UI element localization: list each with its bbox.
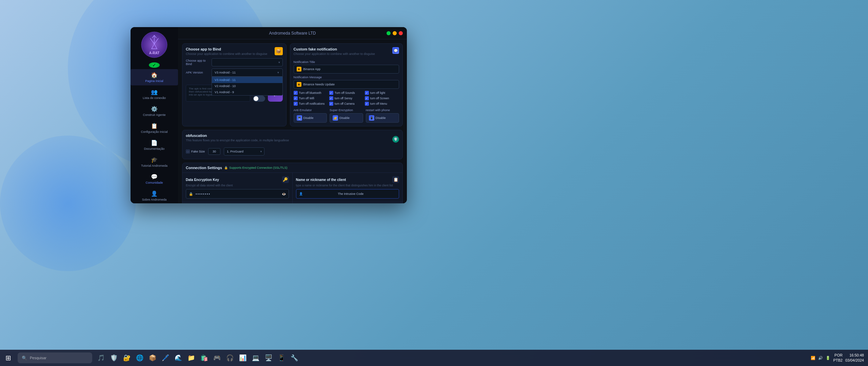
- obfuscation-section: obfuscation This feature flows you to en…: [182, 130, 403, 159]
- apk-option-v3[interactable]: V3 Android - 11: [212, 77, 282, 83]
- obfuscation-method-wrapper: 1. ProGuard 2. DexGuard 3. Custom ▼: [224, 147, 264, 156]
- check-sounds-label: Turn off Sounds: [335, 91, 355, 95]
- close-button[interactable]: [399, 31, 403, 35]
- lock-icon: 🔒: [189, 192, 193, 196]
- choose-app-subtitle: Choose your application to combine with …: [186, 52, 267, 56]
- client-name-field[interactable]: 👤 The Intrusive Code: [296, 189, 399, 199]
- tutorial-icon: 🎓: [151, 157, 158, 163]
- anti-emulator-item: Anti Emulator 🖥️ Disable: [294, 108, 327, 123]
- restart-phone-disable-btn[interactable]: 📱 Disable: [366, 113, 399, 123]
- fake-size-checkbox[interactable]: □: [186, 149, 190, 154]
- taskbar-app-7[interactable]: 💻: [250, 352, 262, 364]
- config-icon: 📋: [151, 123, 158, 129]
- connection-settings-section: Connection Settings 🔒 Supports Encrypted…: [182, 163, 403, 203]
- check-light[interactable]: ✓ turn off light: [365, 91, 399, 95]
- check-sensy-label: turn off Sensy: [335, 97, 352, 100]
- check-menu[interactable]: ✓ turn off Menu: [365, 102, 399, 106]
- check-bluetooth[interactable]: ✓ Turn off bluetooth: [294, 91, 328, 95]
- taskbar-app-8[interactable]: 🖥️: [262, 352, 275, 364]
- app-bind-dropdown-wrapper: ▼: [212, 58, 283, 66]
- check-bluetooth-label: Turn off bluetooth: [299, 91, 321, 95]
- about-icon: 👤: [151, 190, 158, 197]
- encryption-key-subtitle: Encrypt all data stored with the client: [186, 184, 289, 187]
- super-encryption-disable-btn[interactable]: 🔐 Disable: [330, 113, 363, 123]
- anti-emulator-icon: 🖥️: [297, 115, 302, 121]
- anti-emulator-btn-label: Disable: [303, 116, 314, 120]
- obfuscation-method-select[interactable]: 1. ProGuard 2. DexGuard 3. Custom: [224, 147, 264, 156]
- sidebar-item-connections[interactable]: 👥 Lista de conexão: [131, 86, 178, 102]
- taskbar-app-6[interactable]: 📊: [237, 352, 249, 364]
- client-name-title: Name or nickname of the client: [296, 178, 346, 182]
- sidebar-item-config[interactable]: 📋 Configuração Inicial: [131, 120, 178, 136]
- taskbar-app-5[interactable]: 🎧: [224, 352, 236, 364]
- sidebar-item-label-docs: Documentação: [144, 147, 165, 150]
- taskbar-app-edge[interactable]: 🌊: [172, 352, 184, 364]
- apk-option-v2[interactable]: V2 Android - 10: [212, 83, 282, 89]
- sidebar-item-docs[interactable]: 📄 Documentação: [131, 137, 178, 153]
- user-avatar-badge: ✓: [149, 62, 160, 68]
- check-menu-label: turn off Menu: [370, 102, 387, 105]
- check-screen-box: ✓: [365, 96, 369, 100]
- super-encryption-btn-label: Disable: [339, 116, 350, 120]
- minimize-button[interactable]: [387, 31, 391, 35]
- taskbar-app-shield[interactable]: 🛡️: [108, 352, 120, 364]
- client-name-value: The Intrusive Code: [305, 192, 396, 196]
- sidebar-item-home[interactable]: 🏠 Pagina Inicial: [131, 69, 178, 85]
- obfuscation-title: obfuscation: [186, 134, 289, 138]
- sidebar-item-label-community: Comunidade: [145, 181, 163, 184]
- notif-title-value: Binance App: [303, 67, 321, 71]
- notif-title-row: Notification Title B Binance App: [294, 60, 399, 74]
- main-content: Andromeda Software LTD Choose app to Bin…: [178, 27, 407, 203]
- apk-dropdown-arrow: ▼: [277, 71, 280, 74]
- fake-size-input[interactable]: [208, 148, 220, 155]
- app-bind-select[interactable]: [212, 58, 283, 66]
- apk-option-v1[interactable]: V1 Android - 9: [212, 89, 282, 95]
- taskbar-app-3[interactable]: 🖊️: [159, 352, 172, 364]
- notif-title: Custom fake notification: [294, 47, 375, 51]
- check-camera[interactable]: ✓ turn off Camera: [329, 102, 363, 106]
- taskbar-app-chrome[interactable]: 🌐: [134, 352, 146, 364]
- sidebar-item-community[interactable]: 💬 Comunidade: [131, 171, 178, 187]
- taskbar-app-1[interactable]: 🎵: [95, 352, 107, 364]
- home-icon: 🏠: [151, 72, 158, 78]
- start-button[interactable]: ⊞: [0, 350, 16, 366]
- taskbar-search-box[interactable]: 🔍 Pesquisar: [18, 352, 92, 363]
- sidebar-item-about[interactable]: 👤 Sobre Andromeda: [131, 188, 178, 203]
- choose-app-card: Choose app to Bind Choose your applicati…: [182, 43, 287, 126]
- check-screen[interactable]: ✓ turn off Screen: [365, 96, 399, 100]
- check-notifications[interactable]: ✓ Turn off notifications: [294, 102, 328, 106]
- notif-message-value: Binance Needs Update: [303, 83, 335, 86]
- check-sounds[interactable]: ✓ Turn off Sounds: [329, 91, 363, 95]
- encryption-key-field[interactable]: 🔒 •••••••• 👁️: [186, 189, 289, 199]
- encryption-key-cell: Data Encryption Key 🔑 Encrypt all data s…: [182, 173, 293, 202]
- taskbar-app-store[interactable]: 🛍️: [198, 352, 210, 364]
- app-toggle[interactable]: [253, 96, 265, 102]
- apk-version-selector[interactable]: V3 Android - 11 ▼: [212, 68, 283, 77]
- maximize-button[interactable]: [393, 31, 397, 35]
- check-wifi[interactable]: ✓ Turn off Wifi: [294, 96, 328, 100]
- check-bluetooth-box: ✓: [294, 91, 298, 95]
- sidebar-item-tutorial[interactable]: 🎓 Tutorial Andromeda: [131, 154, 178, 170]
- taskbar-time-display: POR PTB2: [833, 353, 843, 363]
- client-name-cell: Name or nickname of the client 📋 type a …: [293, 173, 403, 202]
- check-sensy[interactable]: ✓ turn off Sensy: [329, 96, 363, 100]
- connection-settings-header: Connection Settings 🔒 Supports Encrypted…: [182, 163, 402, 173]
- anti-emulator-disable-btn[interactable]: 🖥️ Disable: [294, 113, 327, 123]
- taskbar-app-10[interactable]: 🔧: [288, 352, 300, 364]
- taskbar-app-9[interactable]: 📱: [275, 352, 288, 364]
- ssl-badge: 🔒 Supports Encrypted Connection (SSL/TLS…: [224, 166, 288, 169]
- taskbar-app-vpn[interactable]: 🔐: [121, 352, 133, 364]
- top-sections: Choose app to Bind Choose your applicati…: [182, 43, 403, 126]
- sidebar-item-agent[interactable]: ⚙️ Construir Agente: [131, 103, 178, 119]
- community-icon: 💬: [151, 174, 158, 180]
- logo-area: A-RAT: [141, 31, 168, 58]
- taskbar-app-4[interactable]: 🎮: [211, 352, 223, 364]
- sidebar: A-RAT ✓ 🏠 Pagina Inicial 👥 Lista de cone…: [131, 27, 178, 203]
- notif-title-input[interactable]: B Binance App: [294, 65, 399, 74]
- notif-message-input[interactable]: B Binance Needs Update: [294, 80, 399, 89]
- taskbar-app-2[interactable]: 📦: [146, 352, 159, 364]
- taskbar-app-files[interactable]: 📁: [185, 352, 197, 364]
- choose-app-title: Choose app to Bind: [186, 47, 267, 51]
- binance-msg-icon: B: [297, 82, 301, 87]
- app-version-cell: App Version 🔄 Choose a random version to…: [182, 202, 293, 203]
